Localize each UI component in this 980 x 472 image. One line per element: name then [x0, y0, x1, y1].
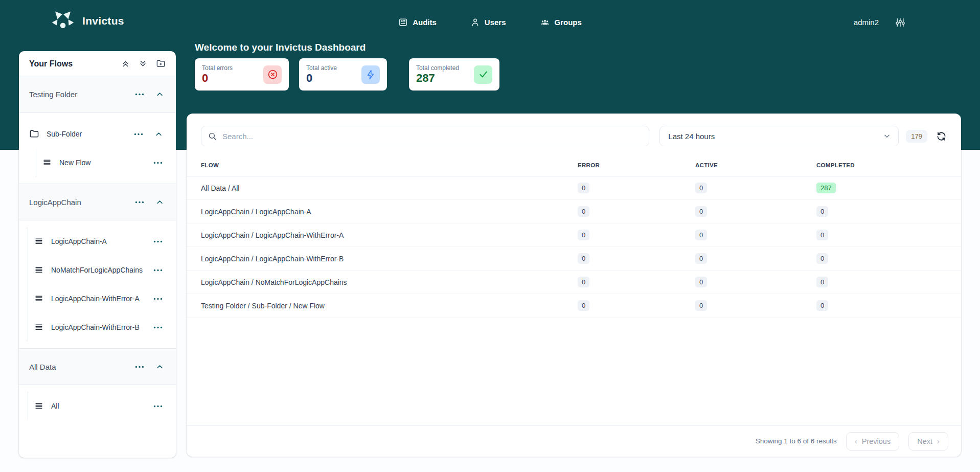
logicappchain-children: LogicAppChain-A NoMatchForLogicAppChains	[28, 227, 176, 342]
table-row[interactable]: Testing Folder / Sub-Folder / New Flow 0…	[187, 294, 961, 318]
sidebar-item-label: LogicAppChain-A	[51, 237, 146, 246]
previous-page-button[interactable]: ‹ Previous	[846, 432, 899, 451]
flow-icon	[34, 294, 44, 304]
chevron-up-icon[interactable]	[156, 91, 164, 98]
table-row[interactable]: LogicAppChain / LogicAppChain-WithError-…	[187, 223, 961, 247]
sidebar-item-new-flow[interactable]: New Flow	[36, 148, 176, 177]
flow-icon	[34, 236, 44, 246]
chevron-up-icon[interactable]	[156, 363, 164, 371]
search-input[interactable]	[222, 132, 642, 141]
sidebar-item-label: LogicAppChain-WithError-A	[51, 294, 146, 303]
flow-icon	[34, 322, 44, 332]
expand-all-icon[interactable]	[139, 59, 147, 68]
sidebar-item-label: All	[51, 401, 146, 411]
chevron-up-icon[interactable]	[156, 198, 164, 206]
flow-name[interactable]: LogicAppChain / LogicAppChain-A	[201, 208, 578, 216]
nav-item-audits[interactable]: Audits	[398, 17, 437, 27]
sidebar-item-label: LogicAppChain-WithError-B	[51, 323, 146, 332]
sidebar-item-nomatchforlogicappchains[interactable]: NoMatchForLogicAppChains	[28, 256, 176, 284]
sidebar-item-all[interactable]: All	[28, 392, 176, 420]
circle-x-icon	[263, 65, 282, 84]
folder-group-logicappchain[interactable]: LogicAppChain	[19, 184, 176, 220]
group-label: LogicAppChain	[29, 198, 135, 207]
error-count-badge: 0	[578, 183, 589, 194]
sidebar-item-label: New Flow	[59, 158, 146, 167]
chevron-up-icon[interactable]	[155, 130, 163, 138]
active-count-badge: 0	[695, 183, 707, 194]
column-header-active: ACTIVE	[695, 162, 816, 168]
sidebar-title: Your Flows	[29, 59, 121, 69]
flow-name[interactable]: LogicAppChain / LogicAppChain-WithError-…	[201, 231, 578, 239]
ellipsis-menu-icon[interactable]	[153, 405, 163, 408]
table-row[interactable]: All Data / All 0 0 287	[187, 176, 961, 200]
testing-folder-items: Sub-Folder New Flow	[19, 113, 176, 184]
folder-icon	[29, 129, 39, 139]
time-range-select[interactable]: Last 24 hours	[659, 126, 899, 146]
sliders-icon[interactable]	[895, 17, 905, 28]
refresh-icon[interactable]	[936, 131, 947, 142]
sidebar-item-label: NoMatchForLogicAppChains	[51, 265, 146, 275]
error-count-badge: 0	[578, 277, 589, 288]
add-folder-icon[interactable]	[156, 59, 166, 69]
next-page-button[interactable]: Next ›	[908, 432, 948, 451]
all-data-children: All	[28, 392, 176, 420]
sidebar-item-label: Sub-Folder	[47, 129, 127, 139]
ellipsis-menu-icon[interactable]	[135, 93, 144, 96]
ellipsis-menu-icon[interactable]	[135, 366, 144, 368]
ellipsis-menu-icon[interactable]	[134, 133, 143, 136]
flow-name[interactable]: Testing Folder / Sub-Folder / New Flow	[201, 302, 578, 310]
collapse-all-icon[interactable]	[121, 59, 130, 68]
chevron-left-icon: ‹	[855, 437, 857, 445]
flows-table-card: Last 24 hours 179 FLOW ERROR ACTIVE COMP…	[187, 114, 961, 457]
table-row[interactable]: LogicAppChain / LogicAppChain-WithError-…	[187, 247, 961, 271]
ellipsis-menu-icon[interactable]	[135, 201, 144, 204]
folder-group-all-data[interactable]: All Data	[19, 348, 176, 385]
group-label: Testing Folder	[29, 90, 135, 99]
flow-name[interactable]: All Data / All	[201, 184, 578, 192]
chevron-right-icon: ›	[937, 437, 940, 445]
stat-label: Total active	[306, 64, 337, 72]
folder-group-testing-folder[interactable]: Testing Folder	[19, 76, 176, 113]
user-menu[interactable]: admin2	[854, 18, 879, 27]
nav-item-users[interactable]: Users	[470, 17, 506, 27]
nav-item-groups[interactable]: Groups	[540, 17, 582, 28]
search-box[interactable]	[201, 126, 649, 146]
table-body: All Data / All 0 0 287 LogicAppChain / L…	[187, 176, 961, 425]
time-range-value: Last 24 hours	[668, 132, 715, 141]
flow-name[interactable]: LogicAppChain / NoMatchForLogicAppChains	[201, 278, 578, 286]
ellipsis-menu-icon[interactable]	[153, 326, 163, 329]
nav-menu: Audits Users	[0, 0, 980, 44]
sidebar-item-logicappchain-witherror-b[interactable]: LogicAppChain-WithError-B	[28, 313, 176, 342]
flow-name[interactable]: LogicAppChain / LogicAppChain-WithError-…	[201, 255, 578, 263]
column-header-completed: COMPLETED	[816, 162, 947, 168]
sidebar-item-logicappchain-witherror-a[interactable]: LogicAppChain-WithError-A	[28, 284, 176, 313]
sidebar-item-logicappchain-a[interactable]: LogicAppChain-A	[28, 227, 176, 256]
table-row[interactable]: LogicAppChain / LogicAppChain-A 0 0 0	[187, 200, 961, 223]
sidebar-item-sub-folder[interactable]: Sub-Folder	[19, 120, 176, 148]
ellipsis-menu-icon[interactable]	[153, 269, 163, 272]
stat-value: 287	[416, 72, 459, 84]
refresh-countdown-badge: 179	[906, 130, 927, 143]
active-count-badge: 0	[695, 230, 707, 241]
completed-count-badge: 0	[816, 253, 828, 264]
stat-label: Total errors	[202, 64, 233, 72]
nav-item-label: Groups	[555, 18, 582, 27]
page-title: Welcome to your Invictus Dashboard	[195, 42, 366, 53]
column-header-error: ERROR	[578, 162, 695, 168]
table-row[interactable]: LogicAppChain / NoMatchForLogicAppChains…	[187, 271, 961, 294]
flow-icon	[42, 158, 52, 168]
ellipsis-menu-icon[interactable]	[153, 298, 163, 300]
sidebar-header: Your Flows	[19, 51, 176, 76]
ellipsis-menu-icon[interactable]	[153, 162, 163, 164]
all-data-items: All	[19, 385, 176, 427]
group-icon	[540, 17, 550, 28]
completed-count-badge: 0	[816, 277, 828, 288]
active-count-badge: 0	[695, 253, 707, 264]
top-navbar: Invictus Audits	[0, 0, 980, 44]
flow-icon	[34, 401, 44, 411]
next-label: Next	[917, 437, 932, 445]
stat-value: 0	[202, 72, 233, 84]
ellipsis-menu-icon[interactable]	[153, 240, 163, 243]
error-count-badge: 0	[578, 206, 589, 217]
active-count-badge: 0	[695, 277, 707, 288]
